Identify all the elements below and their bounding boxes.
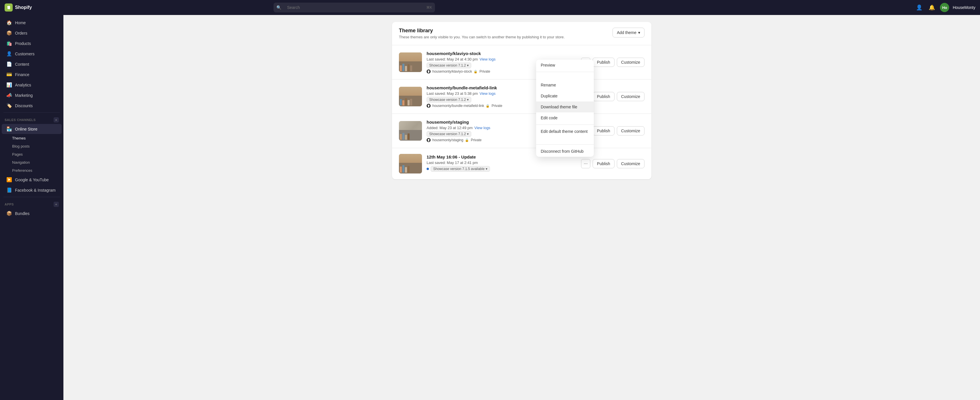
sidebar-item-label: Finance [15, 72, 29, 77]
sidebar-item-label: Marketing [15, 93, 33, 98]
github-repo-3: housemonty/staging [432, 138, 463, 142]
avatar[interactable]: Ho [940, 3, 949, 12]
theme-thumbnail-4 [399, 154, 422, 173]
context-menu-duplicate[interactable]: Rename [536, 79, 594, 90]
customize-button-1[interactable]: Customize [617, 58, 644, 67]
context-menu-disconnect[interactable]: Edit default theme content [536, 126, 594, 137]
sidebar-sub-item-blog-posts[interactable]: Blog posts [2, 142, 62, 150]
sidebar-item-google-youtube[interactable]: ▶️ Google & YouTube [2, 175, 62, 185]
customize-button-2[interactable]: Customize [617, 92, 644, 101]
sidebar-sub-item-preferences[interactable]: Preferences [2, 167, 62, 175]
publish-button-1[interactable]: Publish [593, 58, 614, 67]
notification-icon[interactable]: 🔔 [927, 3, 937, 12]
version-label-4: Showcase version 7.1.5 available [433, 167, 485, 171]
github-repo-1: housemonty/klaviyo-stock [432, 70, 472, 73]
card-title: Theme library [399, 28, 565, 34]
context-menu-edit-code[interactable]: Download theme file [536, 102, 594, 113]
marketing-icon: 📣 [6, 92, 12, 98]
sidebar-item-label: Online Store [15, 127, 37, 132]
last-saved-4: Last saved: May 17 at 2:41 pm [426, 160, 478, 165]
context-menu-reset[interactable] [536, 137, 594, 143]
theme-thumb-img-1 [399, 52, 422, 72]
sidebar-item-orders[interactable]: 📦 Orders [2, 28, 62, 38]
pages-label: Pages [12, 152, 23, 157]
sidebar-item-label: Home [15, 21, 25, 25]
sidebar-item-home[interactable]: 🏠 Home [2, 17, 62, 28]
last-saved-1: Last saved: May 24 at 4:30 pm [426, 57, 478, 61]
logo-area: Shopify [5, 3, 32, 11]
version-badge-1[interactable]: Showcase version 7.1.2 ▾ [426, 62, 471, 68]
app-body: 🏠 Home 📦 Orders 🛍️ Products 👤 Customers … [0, 15, 980, 400]
view-logs-link-1[interactable]: View logs [480, 57, 495, 61]
last-saved-3: Added: May 23 at 12:49 pm [426, 125, 473, 130]
sidebar-item-marketing[interactable]: 📣 Marketing [2, 90, 62, 100]
version-available-row-4: Showcase version 7.1.5 available ▾ [426, 166, 490, 172]
sidebar-item-content[interactable]: 📄 Content [2, 59, 62, 69]
sidebar-item-label: Analytics [15, 83, 31, 87]
sidebar-sub-item-pages[interactable]: Pages [2, 151, 62, 158]
sidebar-item-analytics[interactable]: 📊 Analytics [2, 80, 62, 90]
search-input[interactable] [284, 3, 426, 13]
context-menu-preview[interactable]: Preview [536, 60, 594, 71]
customize-button-3[interactable]: Customize [617, 126, 644, 135]
lock-icon-1: 🔒 [474, 70, 477, 73]
version-chevron-2: ▾ [467, 98, 469, 102]
sidebar-sub-item-navigation[interactable]: Navigation [2, 159, 62, 166]
user-name[interactable]: HouseMonty [953, 5, 975, 10]
theme-thumb-img-3 [399, 121, 422, 141]
sidebar-item-label: Google & YouTube [15, 178, 49, 182]
sidebar-item-bundles[interactable]: 📦 Bundles [2, 208, 62, 219]
version-chevron-3: ▾ [467, 132, 469, 136]
finance-icon: 💳 [6, 72, 12, 77]
more-options-button-4[interactable]: ··· [581, 159, 590, 168]
chevron-down-icon: ▾ [638, 30, 640, 35]
context-menu-download[interactable]: Duplicate [536, 90, 594, 102]
view-logs-link-3[interactable]: View logs [474, 125, 490, 130]
themes-label: Themes [12, 136, 25, 140]
discounts-icon: 🏷️ [6, 103, 12, 108]
theme-item-klaviyo-stock: housemonty/klaviyo-stock Last saved: May… [392, 45, 651, 79]
theme-actions-4: ··· Publish Customize [581, 159, 644, 168]
sidebar-item-finance[interactable]: 💳 Finance [2, 70, 62, 79]
search-bar[interactable]: 🔍 ⌘K [274, 3, 435, 13]
sidebar-item-discounts[interactable]: 🏷️ Discounts [2, 101, 62, 111]
theme-name-1: housemonty/klaviyo-stock [426, 51, 576, 56]
card-header: Theme library These themes are only visi… [392, 22, 651, 45]
github-icon-1 [426, 70, 431, 73]
sidebar-item-online-store[interactable]: 🏪 Online Store [2, 124, 62, 134]
sidebar-sub-item-themes[interactable]: Themes [2, 134, 62, 142]
expand-sales-channels-btn[interactable]: + [54, 117, 59, 122]
theme-actions-2: Publish Customize [593, 92, 644, 101]
sidebar-item-customers[interactable]: 👤 Customers [2, 49, 62, 59]
logo-text: Shopify [15, 5, 32, 10]
orders-icon: 📦 [6, 30, 12, 36]
lock-icon-3: 🔒 [465, 138, 469, 142]
view-logs-link-2[interactable]: View logs [480, 91, 495, 96]
context-menu-edit-default[interactable]: Edit code [536, 113, 594, 123]
lock-icon-2: 🔒 [486, 104, 490, 108]
theme-info-4: 12th May 16:06 - Update Last saved: May … [426, 154, 576, 173]
version-label-3: Showcase version 7.1.2 [429, 132, 466, 136]
sidebar-item-label: Bundles [15, 211, 30, 216]
version-badge-2[interactable]: Showcase version 7.1.2 ▾ [426, 97, 471, 103]
version-badge-4[interactable]: Showcase version 7.1.5 available ▾ [431, 166, 490, 172]
version-chevron-4: ▾ [486, 167, 487, 171]
theme-thumb-img-2 [399, 87, 422, 106]
version-badge-3[interactable]: Showcase version 7.1.2 ▾ [426, 131, 471, 137]
context-menu-remove[interactable]: Disconnect from GitHub [536, 146, 594, 157]
support-icon[interactable]: 👤 [915, 3, 924, 12]
sidebar-item-products[interactable]: 🛍️ Products [2, 38, 62, 48]
sidebar-item-facebook-instagram[interactable]: 📘 Facebook & Instagram [2, 185, 62, 195]
context-menu-rename[interactable] [536, 73, 594, 79]
add-theme-button[interactable]: Add theme ▾ [612, 28, 644, 38]
publish-button-2[interactable]: Publish [593, 92, 614, 101]
expand-apps-btn[interactable]: + [54, 202, 59, 207]
analytics-icon: 📊 [6, 82, 12, 87]
bundles-icon: 📦 [6, 211, 12, 216]
customize-button-4[interactable]: Customize [617, 159, 644, 168]
publish-button-3[interactable]: Publish [593, 126, 614, 135]
theme-actions-3: Publish Customize [593, 126, 644, 135]
products-icon: 🛍️ [6, 41, 12, 46]
theme-thumbnail-1 [399, 52, 422, 72]
publish-button-4[interactable]: Publish [593, 159, 614, 168]
